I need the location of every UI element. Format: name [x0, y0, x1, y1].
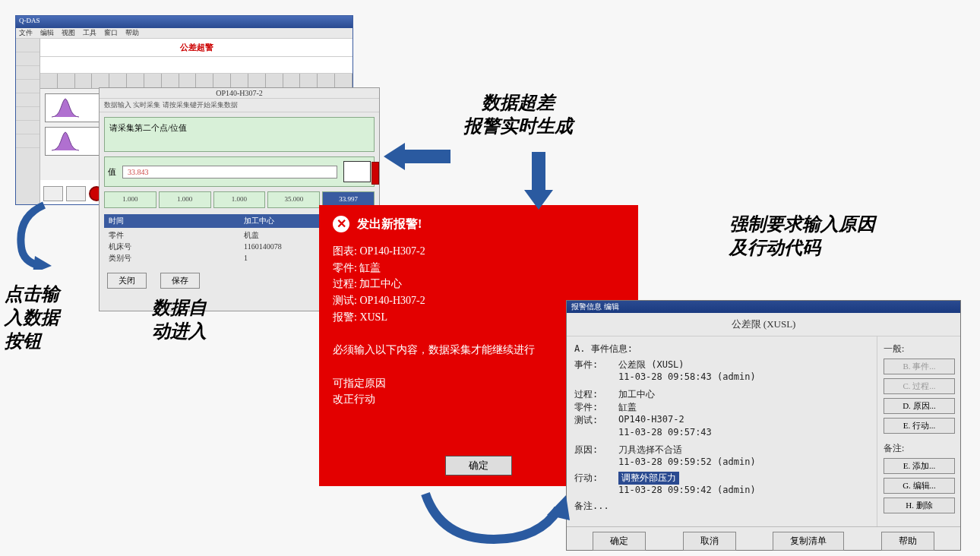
side-btn[interactable]	[16, 121, 40, 134]
cell: 1.000	[213, 191, 266, 208]
tab[interactable]	[144, 74, 162, 88]
tab[interactable]	[231, 74, 248, 88]
event-info: A. 事件信息: 事件:公差限 (XUSL) 11-03-28 09:58:43…	[567, 336, 877, 526]
tab[interactable]	[248, 74, 266, 88]
annotation: 数据超差 报警实时生成	[463, 91, 573, 138]
label: 过程:	[333, 278, 357, 289]
ok-button[interactable]: 确定	[445, 456, 512, 475]
label: 图表:	[333, 245, 357, 257]
dialog-buttons: 确定 取消 复制清单 帮助	[567, 526, 960, 555]
value: 公差限 (XUSL)	[618, 359, 869, 371]
menu-item[interactable]: 文件	[19, 28, 33, 38]
menu-item[interactable]: 帮助	[125, 28, 139, 38]
annotation: 点击输 入数据 按钮	[5, 283, 59, 354]
copy-button[interactable]: 复制清单	[773, 532, 844, 551]
tab[interactable]	[213, 74, 231, 88]
annotation-line: 报警实时生成	[463, 115, 573, 138]
save-button[interactable]: 保存	[160, 273, 200, 289]
value: 缸盖	[618, 401, 869, 414]
tab[interactable]	[92, 74, 109, 88]
label: 原因:	[574, 444, 618, 456]
value: OP140-H307-2	[359, 295, 425, 306]
menu-item[interactable]: 视图	[62, 28, 75, 38]
tab[interactable]	[266, 74, 283, 88]
process-button[interactable]: C. 过程...	[884, 378, 955, 394]
tab[interactable]	[40, 74, 58, 88]
label: 测试:	[574, 414, 618, 427]
remark-label: 备注...	[574, 500, 869, 513]
tab[interactable]	[335, 74, 352, 88]
arrow-down-icon	[532, 152, 545, 190]
window-title: OP140-H307-2	[100, 88, 379, 99]
timestamp: 11-03-28 09:58:43 (admin)	[618, 371, 869, 382]
value: 刀具选择不合适	[618, 444, 869, 456]
timestamp: 11-03-28 09:57:43	[618, 427, 869, 438]
value: 加工中心	[359, 278, 402, 289]
tab[interactable]	[127, 74, 144, 88]
toolbar-button[interactable]	[43, 186, 63, 201]
section-label: A. 事件信息:	[574, 343, 869, 355]
add-button[interactable]: E. 添加...	[884, 458, 955, 474]
value: OP140-H307-2	[359, 245, 425, 257]
cause-button[interactable]: D. 原因...	[884, 398, 955, 414]
edit-button[interactable]: G. 编辑...	[884, 478, 955, 494]
delete-button[interactable]: H. 删除	[884, 498, 955, 513]
side-btn[interactable]	[16, 134, 40, 148]
arrow-left-icon	[384, 143, 405, 170]
tab[interactable]	[75, 74, 93, 88]
side-btn[interactable]	[16, 66, 40, 80]
curve-arrow-icon	[418, 486, 570, 547]
label: 行动:	[574, 472, 618, 485]
close-button[interactable]: 关闭	[107, 273, 147, 289]
titlebar: 报警信息 编辑	[567, 301, 960, 313]
button-panel: 一般: B. 事件... C. 过程... D. 原因... E. 行动... …	[877, 336, 960, 526]
menu-bar: 文件 编辑 视图 工具 窗口 帮助	[16, 28, 352, 39]
bell-curve-icon	[50, 97, 81, 118]
menu-item[interactable]: 编辑	[40, 28, 54, 38]
action-button[interactable]: E. 行动...	[884, 418, 955, 434]
annotation: 数据自 动进入	[152, 296, 207, 343]
tab[interactable]	[283, 74, 301, 88]
cell: 1.000	[159, 191, 211, 208]
sidebar	[16, 39, 40, 204]
annotation: 强制要求输入原因 及行动代码	[729, 213, 875, 260]
toolbar-button[interactable]	[66, 186, 86, 201]
value: XUSL	[359, 311, 387, 323]
cancel-button[interactable]: 取消	[683, 532, 736, 551]
label: 零件:	[574, 401, 618, 414]
tab[interactable]	[300, 74, 318, 88]
annotation-line: 强制要求输入原因	[729, 213, 875, 236]
tab-strip	[40, 74, 352, 89]
label: 事件:	[574, 359, 618, 371]
side-btn[interactable]	[16, 52, 40, 66]
group-label: 备注:	[884, 442, 954, 455]
menu-item[interactable]: 窗口	[104, 28, 118, 38]
tab[interactable]	[58, 74, 75, 88]
tab[interactable]	[109, 74, 127, 88]
error-icon: ✕	[333, 216, 349, 232]
cell: 35.000	[267, 191, 320, 208]
side-btn[interactable]	[16, 39, 40, 52]
tolerance-dialog: 报警信息 编辑 公差限 (XUSL) A. 事件信息: 事件:公差限 (XUSL…	[566, 300, 961, 551]
value: 加工中心	[618, 388, 869, 401]
value-input[interactable]: 33.843	[122, 166, 337, 178]
side-btn[interactable]	[16, 107, 40, 121]
cell: 1.000	[104, 191, 156, 208]
label: 零件:	[333, 262, 357, 273]
help-button[interactable]: 帮助	[881, 532, 934, 551]
alert-header: 公差超警	[40, 39, 352, 57]
tab[interactable]	[318, 74, 335, 88]
annotation-line: 及行动代码	[729, 236, 875, 260]
subtitle: 数据输入 实时采集 请按采集键开始采集数据	[100, 99, 379, 112]
menu-item[interactable]: 工具	[83, 28, 96, 38]
tab[interactable]	[196, 74, 213, 88]
tab[interactable]	[179, 74, 197, 88]
side-btn[interactable]	[16, 93, 40, 107]
action-value-highlight: 调整外部压力	[618, 472, 679, 485]
side-btn[interactable]	[16, 80, 40, 93]
event-button[interactable]: B. 事件...	[884, 359, 955, 374]
tab[interactable]	[162, 74, 179, 88]
value: OP140-H307-2	[618, 414, 869, 427]
info-panel	[40, 57, 352, 74]
ok-button[interactable]: 确定	[593, 532, 646, 551]
